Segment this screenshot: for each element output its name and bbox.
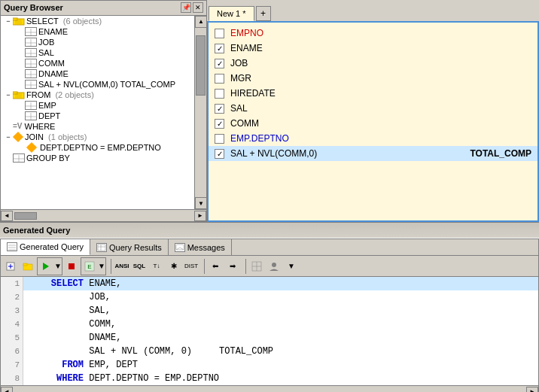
gq-tab-icon-results bbox=[96, 243, 107, 252]
tree-dept[interactable]: DEPT bbox=[1, 111, 194, 121]
query-browser-header: Query Browser 📌 ✕ bbox=[1, 1, 206, 16]
gq-tab-messages[interactable]: Messages bbox=[169, 239, 232, 255]
col-checkbox-ename[interactable] bbox=[215, 44, 224, 53]
tab-new1[interactable]: New 1 * bbox=[209, 6, 254, 21]
tree-join-node[interactable]: − JOIN (1 objects) bbox=[1, 132, 194, 142]
tree-join-condition[interactable]: DEPT.DEPTNO = EMP.DEPTNO bbox=[1, 142, 194, 153]
scroll-down-btn[interactable]: ▼ bbox=[195, 197, 207, 209]
col-row-job[interactable]: JOB bbox=[209, 56, 537, 71]
toolbar-person-btn[interactable] bbox=[266, 258, 282, 275]
tab-add-button[interactable]: + bbox=[256, 6, 271, 21]
groupby-label: GROUP BY bbox=[26, 153, 70, 163]
line-content-7: FROM EMP, DEPT bbox=[23, 358, 138, 372]
col-name-sal-nvl: SAL + NVL(COMM,0) bbox=[230, 148, 317, 159]
col-row-ename[interactable]: ENAME bbox=[209, 41, 537, 56]
toolbar-left-btn[interactable]: ⬅ bbox=[207, 258, 224, 275]
line-content-1: SELECT ENAME, bbox=[23, 277, 121, 290]
toolbar-explain-dropdown[interactable]: ▼ bbox=[98, 258, 105, 275]
tree-emp[interactable]: EMP bbox=[1, 100, 194, 111]
sql-scroll-left-btn[interactable]: ◄ bbox=[1, 387, 13, 393]
close-panel-icon[interactable]: ✕ bbox=[193, 2, 203, 13]
sql-hscroll-track[interactable] bbox=[13, 387, 526, 393]
toolbar-ansi-btn[interactable]: ANSI bbox=[114, 258, 130, 275]
line1-select-kw: SELECT bbox=[51, 278, 84, 289]
col-checkbox-hiredate[interactable] bbox=[215, 89, 224, 99]
scroll-left-btn[interactable]: ◄ bbox=[1, 211, 13, 221]
hscroll-track[interactable] bbox=[13, 211, 194, 220]
expand-icon: − bbox=[4, 17, 13, 26]
tree-dname[interactable]: DNAME bbox=[1, 68, 194, 79]
toolbar-new-btn[interactable] bbox=[2, 258, 19, 275]
tree-sal[interactable]: SAL bbox=[1, 47, 194, 58]
ename-label: ENAME bbox=[38, 27, 68, 36]
gq-tab-results[interactable]: Query Results bbox=[90, 239, 169, 255]
browser-hscrollbar[interactable]: ◄ ► bbox=[1, 209, 206, 221]
select-count: (6 objects) bbox=[61, 17, 102, 26]
toolbar-sep3 bbox=[243, 259, 246, 274]
col-checkbox-empno[interactable] bbox=[215, 29, 224, 38]
line-content-2: JOB, bbox=[23, 290, 111, 304]
toolbar-right-btn[interactable]: ➡ bbox=[224, 258, 241, 275]
sql-line-2: 2 JOB, bbox=[1, 290, 538, 304]
scroll-thumb[interactable] bbox=[196, 35, 206, 96]
toolbar-sql-btn[interactable]: SQL bbox=[131, 258, 148, 275]
col-row-sal-nvl[interactable]: SAL + NVL(COMM,0) TOTAL_COMP bbox=[209, 146, 537, 161]
toolbar-tid-btn[interactable]: T↓ bbox=[148, 258, 165, 275]
tree-groupby-node[interactable]: GROUP BY bbox=[1, 153, 194, 163]
col-checkbox-mgr[interactable] bbox=[215, 74, 224, 84]
sql-line-6: 6 SAL + NVL (COMM, 0) TOTAL_COMP bbox=[1, 345, 538, 358]
sql-hscrollbar[interactable]: ◄ ► bbox=[1, 385, 538, 392]
col-checkbox-comm[interactable] bbox=[215, 119, 224, 129]
col-row-hiredate[interactable]: HIREDATE bbox=[209, 86, 537, 101]
toolbar-stop-btn[interactable] bbox=[63, 258, 80, 275]
toolbar-dist-btn[interactable]: DIST bbox=[183, 258, 199, 275]
expand-from-icon: − bbox=[4, 90, 13, 99]
tree-job[interactable]: JOB bbox=[1, 37, 194, 47]
toolbar-grid-btn[interactable] bbox=[248, 258, 265, 275]
tree-select-node[interactable]: − SELECT (6 objects) bbox=[1, 16, 194, 26]
line-num-2: 2 bbox=[1, 290, 23, 304]
toolbar-star-btn[interactable]: ✱ bbox=[166, 258, 182, 275]
scroll-up-btn[interactable]: ▲ bbox=[195, 16, 207, 28]
tree-from-node[interactable]: − FROM (2 objects) bbox=[1, 90, 194, 100]
col-checkbox-job[interactable] bbox=[215, 59, 224, 68]
section-divider-title: Generated Query bbox=[3, 226, 70, 235]
col-checkbox-sal[interactable] bbox=[215, 104, 224, 114]
tree-sal-nvl[interactable]: SAL + NVL(COMM,0) TOTAL_COMP bbox=[1, 79, 194, 90]
toolbar-extra-btn[interactable]: ▼ bbox=[283, 258, 300, 275]
tree-where-node[interactable]: =V WHERE bbox=[1, 121, 194, 132]
tree-comm[interactable]: COMM bbox=[1, 58, 194, 68]
line2-text: JOB, bbox=[29, 292, 111, 302]
toolbar-explain-btn[interactable]: E bbox=[81, 258, 98, 275]
col-row-comm[interactable]: COMM bbox=[209, 116, 537, 131]
sql-editor[interactable]: 1 SELECT ENAME, 2 JOB, 3 SAL, bbox=[1, 277, 538, 385]
gq-toolbar: ▼ E ▼ ANSI SQL T↓ ✱ DIST ⬅ ➡ bbox=[1, 256, 538, 277]
tree-ename[interactable]: ENAME bbox=[1, 26, 194, 37]
col-row-emp-deptno[interactable]: EMP.DEPTNO bbox=[209, 131, 537, 146]
toolbar-open-btn[interactable] bbox=[20, 258, 36, 275]
pin-icon[interactable]: 📌 bbox=[181, 2, 191, 13]
sql-line-5: 5 DNAME, bbox=[1, 331, 538, 345]
col-alias-total-comp: TOTAL_COMP bbox=[470, 148, 531, 159]
toolbar-execute-dropdown[interactable]: ▼ bbox=[54, 258, 62, 275]
sql-scroll-right-btn[interactable]: ► bbox=[526, 387, 538, 393]
sql-line-1: 1 SELECT ENAME, bbox=[1, 277, 538, 290]
scroll-track[interactable] bbox=[195, 28, 206, 197]
from-count: (2 objects) bbox=[53, 90, 93, 99]
col-row-empno[interactable]: EMPNO bbox=[209, 26, 537, 41]
line-content-6: SAL + NVL (COMM, 0) TOTAL_COMP bbox=[23, 345, 273, 358]
col-checkbox-emp-deptno[interactable] bbox=[215, 134, 224, 144]
col-checkbox-sal-nvl[interactable] bbox=[215, 149, 224, 159]
browser-vscrollbar[interactable]: ▲ ▼ bbox=[194, 16, 206, 209]
col-row-sal[interactable]: SAL bbox=[209, 101, 537, 116]
col-row-mgr[interactable]: MGR bbox=[209, 71, 537, 86]
gq-tab-results-label: Query Results bbox=[109, 243, 162, 252]
job-label: JOB bbox=[38, 38, 54, 47]
line1-indent bbox=[29, 278, 51, 289]
select-label: SELECT bbox=[26, 17, 59, 26]
scroll-right-btn[interactable]: ► bbox=[194, 211, 206, 221]
hscroll-thumb[interactable] bbox=[14, 212, 37, 220]
toolbar-execute-btn[interactable] bbox=[38, 258, 54, 275]
gq-tab-generated-query[interactable]: Generated Query bbox=[1, 239, 90, 255]
line-num-3: 3 bbox=[1, 304, 23, 318]
